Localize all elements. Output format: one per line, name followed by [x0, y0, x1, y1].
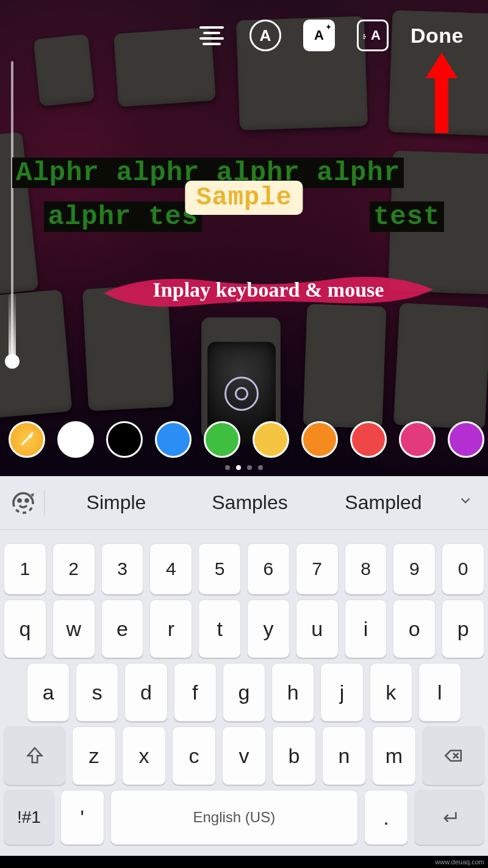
color-swatch-pink[interactable] — [399, 421, 436, 458]
color-swatch-green[interactable] — [204, 421, 240, 458]
text-align-button[interactable] — [196, 20, 228, 51]
key-d[interactable]: d — [124, 663, 167, 722]
key-m[interactable]: m — [372, 726, 416, 785]
font-a-icon: A — [249, 20, 281, 51]
key-enter[interactable] — [414, 790, 484, 845]
key-8[interactable]: 8 — [345, 543, 387, 595]
key-a[interactable]: a — [27, 663, 70, 722]
key-l[interactable]: l — [418, 663, 461, 722]
key-u[interactable]: u — [296, 599, 339, 658]
key-6[interactable]: 6 — [247, 543, 290, 595]
key-space[interactable]: English (US) — [110, 790, 358, 845]
expand-suggestions-button[interactable] — [451, 493, 479, 513]
svg-point-0 — [18, 499, 21, 502]
key-row-1: q w e r t y u i o p — [4, 599, 484, 658]
slider-thumb[interactable] — [5, 354, 20, 369]
editing-text-overlay[interactable]: Sample — [185, 181, 303, 215]
color-swatch-yellow[interactable] — [253, 421, 289, 458]
key-z[interactable]: z — [72, 726, 116, 785]
brush-caption: Inplay keyboard & mouse — [98, 269, 439, 311]
color-swatch-black[interactable] — [106, 421, 143, 458]
key-5[interactable]: 5 — [198, 543, 241, 595]
key-o[interactable]: o — [393, 599, 436, 658]
annotation-arrow — [426, 52, 458, 132]
text-toolbar: A A✦ A Done — [0, 17, 488, 54]
eyedropper-button[interactable] — [9, 421, 45, 458]
animation-a-icon: A — [357, 20, 389, 51]
key-g[interactable]: g — [223, 663, 265, 722]
align-center-icon — [199, 26, 224, 45]
key-1[interactable]: 1 — [4, 543, 46, 595]
effects-a-icon: A✦ — [303, 20, 335, 51]
color-swatch-white[interactable] — [57, 421, 94, 458]
key-x[interactable]: x — [122, 726, 166, 785]
key-c[interactable]: c — [172, 726, 216, 785]
color-swatch-blue[interactable] — [155, 421, 192, 458]
key-t[interactable]: t — [198, 599, 241, 658]
font-style-button[interactable]: A — [249, 20, 281, 51]
text-animation-button[interactable]: A — [357, 20, 389, 51]
key-r[interactable]: r — [149, 599, 192, 658]
suggestion-3[interactable]: Sampled — [318, 491, 449, 514]
watermark: www.deuaq.com — [435, 858, 484, 866]
key-y[interactable]: y — [247, 599, 290, 658]
svg-point-1 — [26, 499, 28, 502]
key-k[interactable]: k — [370, 663, 412, 722]
key-0[interactable]: 0 — [442, 543, 484, 595]
key-w[interactable]: w — [52, 599, 95, 658]
key-row-2: a s d f g h j k l — [4, 663, 484, 722]
key-backspace[interactable] — [422, 726, 484, 785]
key-b[interactable]: b — [272, 726, 316, 785]
key-7[interactable]: 7 — [296, 543, 339, 595]
color-palette — [0, 421, 488, 458]
key-row-numbers: 1 2 3 4 5 6 7 8 9 0 — [4, 543, 484, 595]
key-3[interactable]: 3 — [101, 543, 144, 595]
key-e[interactable]: e — [101, 599, 144, 658]
text-effects-button[interactable]: A✦ — [303, 20, 335, 51]
key-v[interactable]: v — [222, 726, 266, 785]
suggestion-1[interactable]: Simple — [51, 491, 182, 514]
key-4[interactable]: 4 — [149, 543, 192, 595]
palette-page-dots — [225, 465, 263, 470]
key-symbols[interactable]: !#1 — [4, 790, 54, 845]
key-j[interactable]: j — [320, 663, 363, 722]
key-period[interactable]: . — [364, 790, 408, 845]
color-swatch-orange[interactable] — [301, 421, 338, 458]
key-9[interactable]: 9 — [393, 543, 436, 595]
divider — [44, 490, 45, 516]
soft-keyboard: Simple Samples Sampled 1 2 3 4 5 6 7 8 9… — [0, 476, 488, 856]
key-i[interactable]: i — [345, 599, 387, 658]
suggestion-2[interactable]: Samples — [184, 491, 315, 514]
emoji-toggle-button[interactable] — [9, 488, 38, 518]
key-row-bottom: !#1 ' English (US) . — [4, 790, 484, 845]
key-s[interactable]: s — [76, 663, 118, 722]
key-row-3: z x c v b n m — [4, 726, 484, 785]
key-2[interactable]: 2 — [52, 543, 95, 595]
key-n[interactable]: n — [322, 726, 366, 785]
key-h[interactable]: h — [271, 663, 314, 722]
color-swatch-red[interactable] — [350, 421, 387, 458]
key-p[interactable]: p — [442, 599, 484, 658]
done-button[interactable]: Done — [411, 24, 464, 48]
color-swatch-purple[interactable] — [448, 421, 484, 458]
story-editor-canvas[interactable]: A A✦ A Done Alphr alphr alphr alphr alph… — [0, 0, 488, 476]
key-quote[interactable]: ' — [60, 790, 104, 845]
key-q[interactable]: q — [4, 599, 46, 658]
key-shift[interactable] — [4, 726, 66, 785]
suggestion-bar: Simple Samples Sampled — [0, 476, 488, 530]
key-f[interactable]: f — [174, 663, 217, 722]
